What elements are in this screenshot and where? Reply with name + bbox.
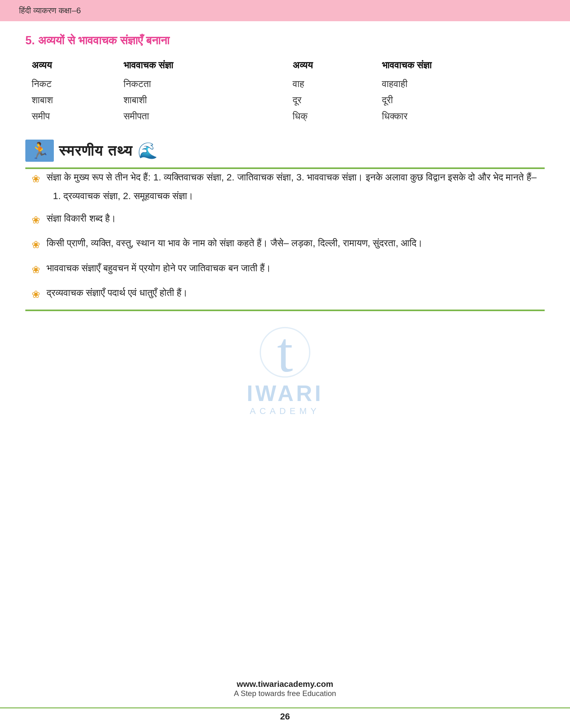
bullet-main-text: संज्ञा के मुख्य रूप से तीन भेद हैं: 1. व… (46, 169, 538, 204)
smaraniya-header: 🏃 स्मरणीय तथ्य 🌊 (25, 137, 545, 164)
main-content: 5. अव्ययों से भाववाचक संज्ञाएँ बनाना अव्… (0, 21, 570, 439)
iwari-subtitle: ACADEMY (250, 406, 320, 416)
table-row: निकटनिकटतावाहवाहवाही (25, 76, 545, 92)
table-cell: समीपता (117, 108, 286, 124)
iwari-logo: t IWARI ACADEMY (247, 324, 323, 416)
watermark-area: t IWARI ACADEMY (25, 324, 545, 416)
smaraniya-title: स्मरणीय तथ्य (59, 142, 133, 159)
col3-header: अव्यय (286, 57, 375, 76)
list-item: ❀द्रव्यवाचक संज्ञाएँ पदार्थ एवं धातुएँ ह… (32, 284, 538, 303)
table-cell: दूर (286, 92, 375, 108)
table-cell: शाबाश (25, 92, 117, 108)
bullet-icon: ❀ (32, 236, 40, 253)
footer: www.tiwariacademy.com A Step towards fre… (0, 673, 570, 701)
top-bar: हिंदी व्याकरण कक्षा–6 (0, 0, 570, 21)
bullet-icon: ❀ (32, 286, 40, 303)
page-number: 26 (0, 707, 570, 728)
bullet-main-text: भाववाचक संज्ञाएँ बहुवचन में प्रयोग होने … (46, 260, 538, 276)
list-item: ❀भाववाचक संज्ञाएँ बहुवचन में प्रयोग होने… (32, 260, 538, 278)
bullet-icon: ❀ (32, 170, 40, 187)
col4-header: भाववाचक संज्ञा (375, 57, 545, 76)
list-item: ❀संज्ञा विकारी शब्द है। (32, 210, 538, 228)
col2-header: भाववाचक संज्ञा (117, 57, 286, 76)
list-item: ❀किसी प्राणी, व्यक्ति, वस्तु, स्थान या भ… (32, 235, 538, 253)
table-row: शाबाशशाबाशीदूरदूरी (25, 92, 545, 108)
table-cell: वाह (286, 76, 375, 92)
iwari-circle (260, 327, 310, 378)
table-cell: दूरी (375, 92, 545, 108)
avyay-table: अव्यय भाववाचक संज्ञा अव्यय भाववाचक संज्ञ… (25, 57, 545, 124)
bullet-list: ❀संज्ञा के मुख्य रूप से तीन भेद हैं: 1. … (25, 169, 545, 303)
footer-url: www.tiwariacademy.com (0, 679, 570, 689)
bullet-main-text: किसी प्राणी, व्यक्ति, वस्तु, स्थान या भा… (46, 235, 538, 251)
bullet-main-text: द्रव्यवाचक संज्ञाएँ पदार्थ एवं धातुएँ हो… (46, 284, 538, 301)
bullet-icon: ❀ (32, 261, 40, 278)
footer-tagline: A Step towards free Education (0, 689, 570, 698)
bullet-sub-text: 1. द्रव्यवाचक संज्ञा, 2. समूहवाचक संज्ञा… (53, 188, 538, 204)
section5-heading: 5. अव्ययों से भाववाचक संज्ञाएँ बनाना (25, 34, 545, 47)
table-cell: वाहवाही (375, 76, 545, 92)
iwari-brand: IWARI (247, 381, 323, 406)
smaraniya-blue-icon: 🏃 (25, 140, 54, 162)
page: हिंदी व्याकरण कक्षा–6 5. अव्ययों से भावव… (0, 0, 570, 728)
table-row: समीपसमीपताधिक्धिक्कार (25, 108, 545, 124)
table-cell: धिक्कार (375, 108, 545, 124)
list-item: ❀संज्ञा के मुख्य रूप से तीन भेद हैं: 1. … (32, 169, 538, 204)
smaraniya-section: 🏃 स्मरणीय तथ्य 🌊 ❀संज्ञा के मुख्य रूप से… (25, 137, 545, 311)
table-cell: समीप (25, 108, 117, 124)
table-cell: धिक् (286, 108, 375, 124)
smaraniya-title-box: 🏃 स्मरणीय तथ्य 🌊 (25, 137, 158, 164)
green-bar-bottom (25, 309, 545, 311)
table-cell: निकट (25, 76, 117, 92)
wave-icon: 🌊 (138, 141, 158, 160)
running-icon: 🏃 (30, 141, 49, 160)
col1-header: अव्यय (25, 57, 117, 76)
table-cell: निकटता (117, 76, 286, 92)
table-cell: शाबाशी (117, 92, 286, 108)
header-title: हिंदी व्याकरण कक्षा–6 (19, 6, 81, 15)
bullet-icon: ❀ (32, 211, 40, 228)
bullet-main-text: संज्ञा विकारी शब्द है। (46, 210, 538, 226)
